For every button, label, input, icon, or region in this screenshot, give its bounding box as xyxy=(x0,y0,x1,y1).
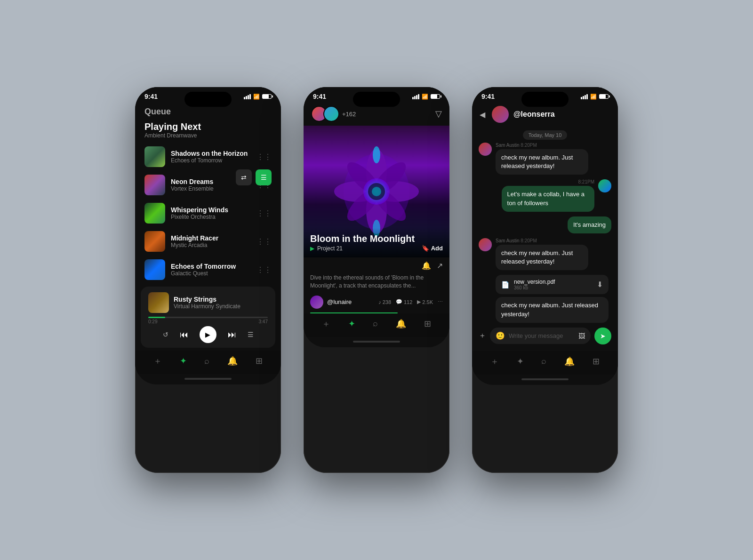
drag-handle-4[interactable]: ⋮⋮ xyxy=(256,265,272,274)
np-name: Rusty Strings xyxy=(174,296,268,303)
nav-add-2[interactable]: ＋ xyxy=(322,318,330,329)
track-name-2: Whispering Winds xyxy=(171,206,251,214)
nav-search-3[interactable]: ⌕ xyxy=(541,356,546,366)
nav-grid-1[interactable]: ⊞ xyxy=(256,356,263,366)
progress-bar[interactable]: 0:29 3:47 xyxy=(148,317,268,324)
msg-bubble-4: check my new album. Just released yester… xyxy=(496,297,609,322)
download-icon[interactable]: ⬇ xyxy=(597,280,603,289)
track-item-0[interactable]: Shadows on the Horizon Echoes of Tomorro… xyxy=(135,143,281,171)
nav-add-3[interactable]: ＋ xyxy=(490,356,499,367)
nav-home-3[interactable]: ✦ xyxy=(517,356,524,367)
time-current: 0:29 xyxy=(148,319,157,324)
image-button[interactable]: 🖼 xyxy=(578,332,585,340)
feed-username[interactable]: @lunaire xyxy=(327,298,352,305)
progress-fill xyxy=(148,317,165,318)
bottom-nav-1: ＋ ✦ ⌕ 🔔 ⊞ xyxy=(135,351,281,374)
status-time-3: 9:41 xyxy=(481,93,495,100)
play-button[interactable]: ▶ xyxy=(200,326,216,343)
np-controls: ↺ ⏮ ▶ ⏭ ☰ xyxy=(148,326,268,343)
nav-bell-3[interactable]: 🔔 xyxy=(564,356,575,367)
drag-handle-2[interactable]: ⋮⋮ xyxy=(256,209,272,218)
next-button[interactable]: ⏭ xyxy=(228,330,236,340)
emoji-icon[interactable]: 🙂 xyxy=(496,331,505,340)
track-artist-0: Echoes of Tomorrow xyxy=(171,157,251,164)
track-item-3[interactable]: Midnight Racer Mystic Arcadia ⋮⋮ xyxy=(135,227,281,256)
home-indicator-3 xyxy=(521,378,569,380)
like-icon[interactable]: 🔔 xyxy=(422,261,431,270)
dynamic-island-1 xyxy=(184,92,232,107)
track-artist-4: Galactic Quest xyxy=(171,270,251,277)
msg-bubble-3: check my new album. Just released yester… xyxy=(496,245,588,270)
comment-icon: 💬 xyxy=(396,299,402,305)
feed-user-info: @lunaire xyxy=(310,296,352,309)
filter-icon[interactable]: ▽ xyxy=(435,109,442,119)
msg-content-0: Sam Austin 8:20PM check my new album. Ju… xyxy=(496,143,588,175)
nav-add-1[interactable]: ＋ xyxy=(153,355,162,367)
nav-grid-3[interactable]: ⊞ xyxy=(593,356,600,367)
phone-chat: 9:41 📶 ◀ @leonserra xyxy=(472,87,618,473)
file-name: new_version.pdf xyxy=(514,279,592,285)
feed-track-name: Bloom in the Moonlight xyxy=(310,233,443,244)
feed-stats: ♪ 238 💬 112 ▶ 2.5K ⋯ xyxy=(378,299,443,305)
repeat-button[interactable]: ↺ xyxy=(163,331,168,338)
chat-add-icon[interactable]: ＋ xyxy=(479,331,486,341)
chat-input-bar: ＋ 🙂 Write your message 🖼 ➤ xyxy=(472,323,618,351)
track-thumb-4 xyxy=(144,259,165,280)
chat-input[interactable]: Write your message xyxy=(509,332,575,339)
track-item-2[interactable]: Whispering Winds Pixelite Orchestra ⋮⋮ xyxy=(135,199,281,227)
likes-stat: ♪ 238 xyxy=(378,299,391,305)
np-thumb xyxy=(148,292,169,313)
queue-button[interactable]: ☰ xyxy=(256,169,272,185)
np-info: Rusty Strings Virtual Harmony Syndicate xyxy=(174,296,268,310)
home-indicator-2 xyxy=(353,341,400,343)
track-thumb-3 xyxy=(144,231,165,252)
feed-add-button[interactable]: 🔖 Add xyxy=(422,245,443,252)
file-size: 360 kb xyxy=(514,285,592,290)
msg-content-4: 📄 new_version.pdf 360 kb ⬇ check my new … xyxy=(496,275,609,322)
share-icon[interactable]: ↗ xyxy=(437,261,443,270)
chat-messages: Sam Austin 8:20PM check my new album. Ju… xyxy=(472,143,618,323)
status-time-2: 9:41 xyxy=(313,93,326,100)
track-name-3: Midnight Racer xyxy=(171,234,251,242)
menu-icon[interactable]: ⋯ xyxy=(438,299,443,305)
feed-description: Dive into the ethereal sounds of 'Bloom … xyxy=(304,274,449,294)
feed-avatar-2 xyxy=(323,106,339,122)
nav-home-1[interactable]: ✦ xyxy=(180,356,187,366)
file-icon: 📄 xyxy=(501,281,509,288)
track-item-4[interactable]: Echoes of Tomorrow Galactic Quest ⋮⋮ xyxy=(135,256,281,284)
comments-stat: 💬 112 xyxy=(396,299,412,305)
nav-bell-2[interactable]: 🔔 xyxy=(396,319,406,329)
drag-handle-3[interactable]: ⋮⋮ xyxy=(256,237,272,246)
track-thumb-1 xyxy=(144,175,165,195)
msg-bubble-0: check my new album. Just released yester… xyxy=(496,149,588,175)
feed-progress xyxy=(310,312,398,313)
message-row-4: 📄 new_version.pdf 360 kb ⬇ check my new … xyxy=(479,275,611,322)
feed-project: Project 21 xyxy=(317,245,343,252)
signal-icon-2 xyxy=(412,94,419,99)
shuffle-button[interactable]: ⇄ xyxy=(236,169,252,185)
feed-actions: 🔔 ↗ xyxy=(304,257,449,274)
chat-date-badge: Today, May 10 xyxy=(472,130,618,140)
nav-home-2[interactable]: ✦ xyxy=(348,319,355,329)
nav-grid-2[interactable]: ⊞ xyxy=(424,319,431,329)
send-button[interactable]: ➤ xyxy=(594,328,611,344)
msg-meta-1: 8:21PM xyxy=(502,179,594,184)
np-track: Rusty Strings Virtual Harmony Syndicate xyxy=(148,292,268,313)
nav-bell-1[interactable]: 🔔 xyxy=(227,356,238,366)
back-button[interactable]: ◀ xyxy=(480,110,485,119)
nav-search-1[interactable]: ⌕ xyxy=(204,356,209,366)
nav-search-2[interactable]: ⌕ xyxy=(373,319,378,328)
signal-icon-1 xyxy=(244,94,251,99)
play-icon: ▶ xyxy=(417,299,421,305)
file-message: 📄 new_version.pdf 360 kb ⬇ xyxy=(496,275,609,294)
msg-avatar-0 xyxy=(479,143,492,156)
progress-times: 0:29 3:47 xyxy=(148,319,268,324)
prev-button[interactable]: ⏮ xyxy=(180,330,188,340)
drag-handle-0[interactable]: ⋮⋮ xyxy=(256,152,272,161)
track-name-0: Shadows on the Horizon xyxy=(171,150,251,157)
progress-track xyxy=(148,317,268,318)
track-artist-3: Mystic Arcadia xyxy=(171,242,251,248)
chat-input-wrap: 🙂 Write your message 🖼 xyxy=(490,328,591,344)
playing-next-label: Playing Next xyxy=(144,121,272,132)
queue-toggle-button[interactable]: ☰ xyxy=(248,331,254,338)
